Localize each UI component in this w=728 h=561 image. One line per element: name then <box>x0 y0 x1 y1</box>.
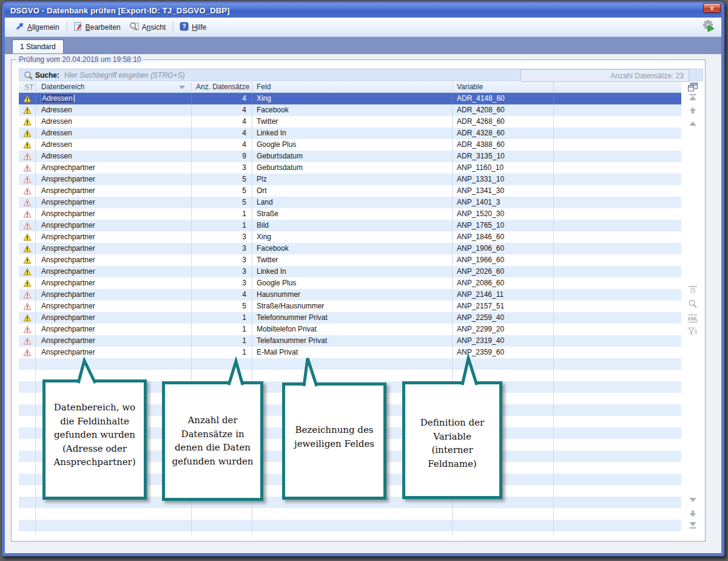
cell-anzahl: 4 <box>192 139 252 151</box>
table-row[interactable]: Ansprechpartner4HausnummerANP_2146_11 <box>19 289 681 301</box>
menu-item-bearbeiten[interactable]: Bearbeiten <box>70 20 126 35</box>
cell-datenbereich: Ansprechpartner <box>36 301 192 312</box>
cell-datenbereich: Ansprechpartner <box>36 266 192 277</box>
table-row[interactable]: Ansprechpartner1StraßeANP_1520_30 <box>19 208 681 220</box>
cell-datenbereich: Ansprechpartner <box>36 174 192 185</box>
filter-icon[interactable] <box>688 327 698 335</box>
table-row[interactable]: Adressen9GeburtsdatumADR_3135_10 <box>19 151 681 162</box>
header-variable[interactable]: Variable <box>453 82 554 92</box>
table-row[interactable]: Adressen4XingADR_4148_60 <box>19 93 681 104</box>
table-row[interactable]: Ansprechpartner3Google PlusANP_2086_60 <box>19 277 681 289</box>
xml-export-icon[interactable]: XML <box>688 314 698 323</box>
cell-datenbereich: Adressen <box>36 151 192 162</box>
tab-standard[interactable]: 1 Standard <box>12 39 64 53</box>
warning-icon <box>19 116 36 127</box>
table-row[interactable]: Adressen4Linked InADR_4328_60 <box>19 127 681 139</box>
cell-variable: ADR_4268_60 <box>453 116 554 127</box>
title-bar[interactable]: DSGVO - Datenbank prüfen [Export-ID: TJ_… <box>4 3 722 18</box>
menu-bar: Allgemein Bearbeiten Ansicht ? Hil <box>5 18 721 37</box>
cell-feld: Facebook <box>252 243 453 254</box>
cell-feld: Google Plus <box>252 139 453 151</box>
cell-variable: ADR_4148_60 <box>453 93 554 104</box>
cell-datenbereich: Ansprechpartner <box>36 324 192 335</box>
cell-datenbereich: Ansprechpartner <box>36 254 192 266</box>
menu-label: Ansicht <box>142 23 166 32</box>
cell-variable: ANP_1331_10 <box>453 174 554 185</box>
table-row[interactable]: Ansprechpartner5LandANP_1401_3 <box>19 197 681 208</box>
table-row[interactable]: Ansprechpartner3TwitterANP_1966_60 <box>19 254 681 266</box>
scroll-down-icon[interactable] <box>689 497 697 503</box>
error-icon <box>19 208 36 220</box>
cell-anzahl: 1 <box>192 312 252 324</box>
warning-icon <box>19 93 36 104</box>
cell-anzahl: 4 <box>192 93 252 104</box>
header-st[interactable]: ST <box>19 82 36 92</box>
search-input[interactable] <box>59 71 399 80</box>
cell-anzahl: 1 <box>192 208 252 220</box>
menu-item-hilfe[interactable]: ? Hilfe <box>176 20 211 35</box>
header-feld[interactable]: Feld <box>252 82 453 92</box>
search-bar: Suche: Anzahl Datensätze: 23 <box>19 69 703 81</box>
cell-variable: ANP_1401_3 <box>453 197 554 208</box>
scroll-up-icon[interactable] <box>689 121 697 126</box>
cell-anzahl: 4 <box>192 127 252 139</box>
best-fit-icon[interactable]: (l) <box>688 286 698 294</box>
close-button[interactable]: x <box>703 3 721 13</box>
menu-item-ansicht[interactable]: Ansicht <box>126 20 170 35</box>
scroll-page-up-icon[interactable] <box>689 107 697 114</box>
scroll-first-icon[interactable] <box>689 94 697 101</box>
table-row[interactable]: Ansprechpartner5Straße/HausnummerANP_215… <box>19 301 681 312</box>
error-icon <box>19 151 36 162</box>
cell-feld: Google Plus <box>252 277 453 289</box>
menu-label: Hilfe <box>192 23 206 32</box>
table-row[interactable]: Adressen4TwitterADR_4268_60 <box>19 116 681 127</box>
cell-datenbereich: Ansprechpartner <box>36 185 192 197</box>
error-icon <box>19 220 36 231</box>
cell-datenbereich: Ansprechpartner <box>36 162 192 174</box>
table-row[interactable]: Ansprechpartner1Mobiltelefon PrivatANP_2… <box>19 324 681 335</box>
cell-feld: Twitter <box>252 254 453 266</box>
cell-feld: Hausnummer <box>252 289 453 301</box>
header-anzahl[interactable]: Anz. Datensätze <box>192 82 252 92</box>
cell-feld: Geburtsdatum <box>252 151 453 162</box>
table-row[interactable]: Ansprechpartner5OrtANP_1341_30 <box>19 185 681 197</box>
cell-datenbereich: Adressen <box>36 127 192 139</box>
table-row[interactable]: Adressen4FacebookADR_4208_60 <box>19 104 681 116</box>
table-row[interactable]: Ansprechpartner3GeburtsdatumANP_1160_10 <box>19 162 681 174</box>
table-row[interactable]: Ansprechpartner3FacebookANP_1906_60 <box>19 243 681 254</box>
column-chooser-icon[interactable] <box>688 83 698 92</box>
table-row[interactable]: Ansprechpartner3XingANP_1846_60 <box>19 231 681 243</box>
callout-feld: Bezeichnung des jeweiligen Feldes <box>282 382 386 500</box>
table-row[interactable]: Ansprechpartner1Telefaxnummer PrivatANP_… <box>19 335 681 347</box>
error-icon <box>19 324 36 335</box>
cell-datenbereich: Adressen <box>36 104 192 116</box>
cell-variable: ANP_2086_60 <box>453 277 554 289</box>
scroll-last-icon[interactable] <box>689 522 697 529</box>
cell-anzahl: 4 <box>192 104 252 116</box>
callout-anzahl: Anzahl der Datensätze in denen die Daten… <box>162 381 263 501</box>
cell-feld: Ort <box>252 185 453 197</box>
zoom-icon[interactable] <box>689 299 698 308</box>
header-datenbereich[interactable]: Datenbereich <box>36 82 192 92</box>
empty-row <box>19 508 681 520</box>
cell-variable: ADR_4328_60 <box>453 127 554 139</box>
svg-text:XML: XML <box>688 316 698 322</box>
table-row[interactable]: Ansprechpartner1Telefonnummer PrivatANP_… <box>19 312 681 324</box>
table-row[interactable]: Ansprechpartner3Linked InANP_2026_60 <box>19 266 681 277</box>
table-row[interactable]: Ansprechpartner1BildANP_1765_10 <box>19 220 681 231</box>
cell-anzahl: 1 <box>192 324 252 335</box>
scroll-page-down-icon[interactable] <box>689 511 697 517</box>
empty-row <box>19 358 681 370</box>
gear-run-icon[interactable] <box>702 20 715 35</box>
table-row[interactable]: Ansprechpartner5PlzANP_1331_10 <box>19 174 681 185</box>
table-row[interactable]: Adressen4Google PlusADR_4388_60 <box>19 139 681 151</box>
cell-datenbereich: Ansprechpartner <box>36 197 192 208</box>
search-icon <box>24 71 33 83</box>
cell-datenbereich: Ansprechpartner <box>36 289 192 301</box>
table-row[interactable]: Ansprechpartner1E-Mail PrivatANP_2359_60 <box>19 347 681 358</box>
cell-variable: ANP_2359_60 <box>453 347 554 358</box>
warning-icon <box>19 127 36 139</box>
cell-variable: ANP_2026_60 <box>453 266 554 277</box>
menu-item-allgemein[interactable]: Allgemein <box>12 20 64 34</box>
cell-datenbereich: Adressen <box>36 139 192 151</box>
